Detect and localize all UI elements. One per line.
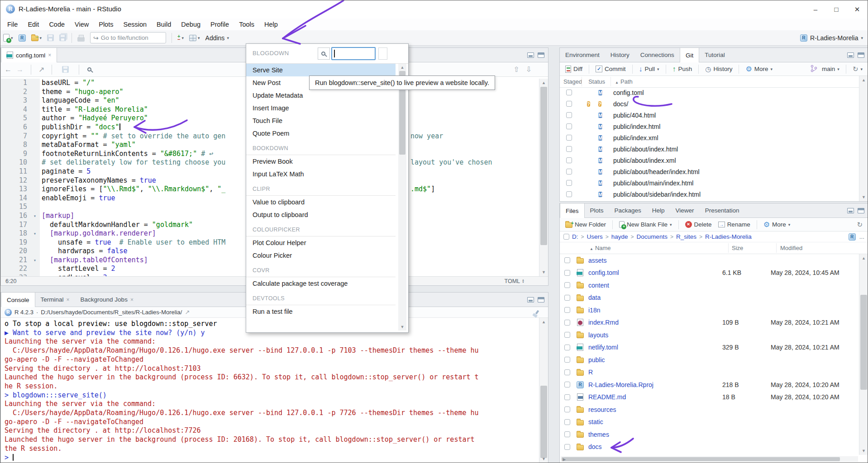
fold-icon[interactable]: ▾ xyxy=(30,256,40,265)
search-clear-box[interactable] xyxy=(378,47,387,60)
file-checkbox[interactable] xyxy=(564,307,570,313)
tab-terminal[interactable]: Terminal× xyxy=(35,293,75,307)
back-icon[interactable]: ← xyxy=(5,66,12,74)
breadcrumb-d[interactable]: D: xyxy=(572,233,578,240)
tab-history[interactable]: History xyxy=(605,48,635,62)
file-name[interactable]: static xyxy=(588,418,722,425)
menu-session[interactable]: Session xyxy=(118,21,152,28)
file-checkbox[interactable] xyxy=(564,282,570,288)
scroll-up-icon[interactable]: ▲ xyxy=(398,65,406,70)
staged-checkbox[interactable] xyxy=(566,123,572,129)
git-scrollbar[interactable]: ▲ ▼ xyxy=(859,76,868,201)
files-hscrollbar[interactable]: ▶ xyxy=(561,456,858,462)
breadcrumb-users[interactable]: Users xyxy=(587,233,603,240)
tab-environment[interactable]: Environment xyxy=(560,48,605,62)
tab-packages[interactable]: Packages xyxy=(609,203,647,217)
menu-file[interactable]: File xyxy=(2,21,23,28)
pane-maximize-icon[interactable] xyxy=(538,297,544,302)
code-text[interactable]: defaultMarkdownHandler = "goldmark" xyxy=(40,221,193,230)
tab-console[interactable]: Console xyxy=(1,293,35,307)
staged-checkbox[interactable] xyxy=(566,169,572,175)
column-path[interactable]: ▲Path xyxy=(615,78,633,85)
addins-scrollbar[interactable]: ▲ ▼ xyxy=(398,64,406,331)
addins-item-touch-file[interactable]: Touch File xyxy=(246,114,396,127)
pane-minimize-icon[interactable] xyxy=(847,52,854,58)
menu-profile[interactable]: Profile xyxy=(205,21,234,28)
code-text[interactable]: title = "R-Ladies Morelia" xyxy=(40,105,148,114)
addins-item-insert-image[interactable]: Insert Image xyxy=(246,102,396,114)
tab-git[interactable]: Git xyxy=(680,48,699,62)
addins-item-update-metadata[interactable]: Update Metadata xyxy=(246,89,396,102)
pane-maximize-icon[interactable] xyxy=(858,208,864,213)
git-file-path[interactable]: public/about/header/index.html xyxy=(613,168,700,175)
pane-maximize-icon[interactable] xyxy=(858,52,864,58)
pane-minimize-icon[interactable] xyxy=(847,208,854,213)
pane-minimize-icon[interactable] xyxy=(527,297,534,302)
file-checkbox[interactable] xyxy=(564,332,570,338)
file-checkbox[interactable] xyxy=(564,431,570,437)
delete-button[interactable]: ✕Delete xyxy=(683,221,714,228)
forward-icon[interactable]: → xyxy=(16,66,24,74)
menu-help[interactable]: Help xyxy=(259,21,283,28)
new-file-button[interactable]: +▾ xyxy=(2,32,14,44)
file-checkbox[interactable] xyxy=(564,357,570,363)
console-scrollbar[interactable]: ▲ ▼ xyxy=(539,318,548,463)
code-text[interactable]: preserveTaxonomyNames = true xyxy=(40,176,156,185)
pull-button[interactable]: ↓Pull▾ xyxy=(637,65,661,73)
breadcrumb-hayde[interactable]: hayde xyxy=(611,233,628,240)
maximize-button[interactable]: □ xyxy=(826,0,847,19)
file-name[interactable]: docs xyxy=(588,443,722,450)
file-checkbox[interactable] xyxy=(564,369,570,375)
staged-checkbox[interactable] xyxy=(566,157,572,163)
addins-item-calculate-package-test-coverage[interactable]: Calculate package test coverage xyxy=(246,277,396,290)
code-text[interactable]: # set deliberately low for testing choos… xyxy=(40,158,225,167)
next-section-icon[interactable]: ⇩ xyxy=(526,65,532,74)
code-text[interactable]: ignoreFiles = ["\\.Rmd$", "\\.Rmarkdown$… xyxy=(40,185,225,194)
staged-checkbox[interactable] xyxy=(566,146,572,152)
project-selector[interactable]: RR-Ladies-Morelia▾ xyxy=(800,34,863,42)
editor-save-button[interactable] xyxy=(61,64,70,76)
breadcrumb-ellipsis[interactable]: ... xyxy=(859,233,864,240)
code-text[interactable]: [markup.tableOfContents] xyxy=(40,256,148,265)
minimize-button[interactable]: – xyxy=(805,0,826,19)
tab-config-toml[interactable]: config.toml × xyxy=(1,48,57,62)
staged-checkbox[interactable] xyxy=(566,101,572,107)
file-name[interactable]: content xyxy=(588,282,722,289)
find-icon[interactable] xyxy=(87,67,91,71)
fold-icon[interactable]: ▾ xyxy=(30,229,40,238)
file-name[interactable]: i18n xyxy=(588,307,722,314)
column-status[interactable]: Status xyxy=(588,78,605,85)
file-checkbox[interactable] xyxy=(564,382,570,387)
addins-item-quote-poem[interactable]: Quote Poem xyxy=(246,127,396,140)
scroll-down-icon[interactable]: ▼ xyxy=(539,457,548,461)
addins-item-value-to-clipboard[interactable]: Value to clipboard xyxy=(246,196,396,208)
git-file-path[interactable]: docs/ xyxy=(613,100,628,108)
git-file-path[interactable]: public/about/main/index.html xyxy=(613,180,693,187)
file-checkbox[interactable] xyxy=(564,444,570,450)
goto-file-input[interactable] xyxy=(101,34,155,41)
files-scrollbar[interactable]: ▲ ▼ xyxy=(859,254,868,455)
staged-checkbox[interactable] xyxy=(566,191,572,197)
file-name[interactable]: data xyxy=(588,294,722,301)
workspace-panes-button[interactable]: ▾ xyxy=(188,32,201,44)
git-file-path[interactable]: public/about/sidebar/index.html xyxy=(613,191,701,198)
close-tab-icon[interactable]: × xyxy=(130,297,134,303)
code-text[interactable]: metaDataFormat = "yaml" xyxy=(40,141,136,150)
file-type-indicator[interactable]: TOML xyxy=(505,278,520,284)
menu-tools[interactable]: Tools xyxy=(234,21,259,28)
code-text[interactable]: unsafe = true # Enable user to embed HTM xyxy=(40,238,225,247)
scroll-right-icon[interactable]: ▶ xyxy=(561,457,568,462)
code-text[interactable]: startLevel = 2 xyxy=(40,265,115,274)
addins-item-colour-picker[interactable]: Colour Picker xyxy=(246,249,396,262)
menu-code[interactable]: Code xyxy=(44,21,70,28)
git-file-path[interactable]: public/about/index.html xyxy=(613,146,678,153)
code-text[interactable]: languageCode = "en" xyxy=(40,96,119,105)
scroll-up-icon[interactable]: ▲ xyxy=(859,256,868,260)
close-button[interactable]: ✕ xyxy=(847,0,868,19)
file-checkbox[interactable] xyxy=(564,270,570,276)
git-file-path[interactable]: public/index.html xyxy=(613,123,660,130)
save-all-button[interactable] xyxy=(58,32,67,44)
file-name[interactable]: assets xyxy=(588,257,722,264)
file-name[interactable]: netlify.toml xyxy=(588,344,722,351)
scroll-down-icon[interactable]: ▼ xyxy=(859,449,868,453)
